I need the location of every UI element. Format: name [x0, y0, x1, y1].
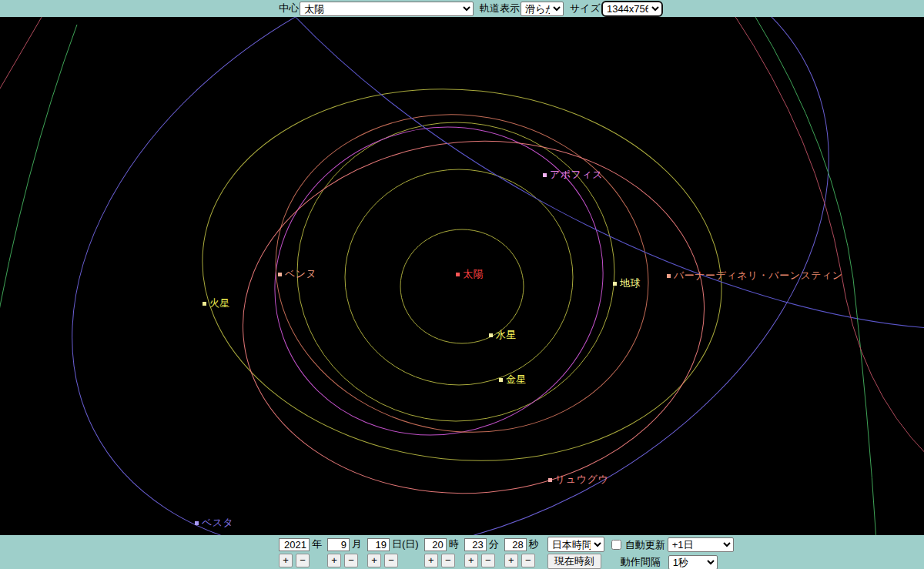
- auto-update-checkbox[interactable]: [611, 540, 621, 550]
- comet-red-right-orbit: [733, 17, 924, 456]
- orbit-display-select[interactable]: 滑らか: [521, 2, 564, 16]
- body-bernardinelli-bernstein: バーナーディネリ・バーンスティン: [667, 269, 843, 283]
- earth-label: 地球: [620, 276, 641, 290]
- bernardinelli-bernstein-marker-icon: [667, 274, 671, 278]
- bennu-label: ベンヌ: [285, 267, 316, 281]
- month-input[interactable]: [327, 538, 350, 551]
- year-control: 年 + −: [279, 537, 322, 569]
- bottom-toolbar: 年 + − 月 + − 日(日) + −: [0, 535, 924, 569]
- body-earth: 地球: [613, 276, 641, 290]
- hour-plus-button[interactable]: +: [424, 554, 438, 567]
- top-toolbar: 中心 太陽 軌道表示 滑らか サイズ 1344x756: [0, 0, 924, 17]
- comet-red-topleft-orbit: [0, 17, 46, 102]
- day-control: 日(日) + −: [367, 537, 419, 569]
- interval-label: 動作間隔: [621, 555, 661, 569]
- mars-marker-icon: [203, 302, 206, 306]
- second-unit-label: 秒: [529, 537, 539, 551]
- hour-input[interactable]: [424, 538, 447, 551]
- auto-update-label: 自動更新: [625, 538, 665, 552]
- body-ryugu: リュウグウ: [548, 473, 608, 487]
- body-venus: 金星: [499, 373, 527, 387]
- vesta-label: ベスタ: [202, 516, 233, 530]
- auto-update-control: 自動更新 +1日 動作間隔 1秒: [610, 537, 734, 569]
- time-step-select[interactable]: +1日: [668, 537, 734, 552]
- mars-label: 火星: [209, 296, 230, 310]
- year-plus-button[interactable]: +: [279, 554, 293, 567]
- body-apophis: アポフィス: [543, 168, 603, 182]
- vesta-marker-icon: [195, 521, 199, 525]
- second-plus-button[interactable]: +: [504, 554, 518, 567]
- ryugu-marker-icon: [548, 478, 552, 482]
- timezone-select[interactable]: 日本時間: [547, 537, 604, 552]
- body-bennu: ベンヌ: [278, 267, 316, 281]
- mercury-orbit: [400, 229, 524, 343]
- month-control: 月 + −: [327, 537, 362, 569]
- hour-control: 時 + −: [424, 537, 459, 569]
- sun-label: 太陽: [463, 267, 484, 281]
- center-label: 中心: [279, 2, 299, 15]
- bernardinelli-bernstein-label: バーナーディネリ・バーンスティン: [674, 269, 843, 283]
- venus-label: 金星: [506, 373, 527, 387]
- hour-minus-button[interactable]: −: [441, 554, 455, 567]
- year-input[interactable]: [279, 538, 310, 551]
- size-select[interactable]: 1344x756: [601, 1, 663, 17]
- minute-input[interactable]: [464, 538, 487, 551]
- sun-marker-icon: [456, 273, 460, 276]
- current-time-button[interactable]: 現在時刻: [547, 554, 601, 569]
- second-input[interactable]: [504, 538, 527, 551]
- day-plus-button[interactable]: +: [367, 554, 381, 567]
- month-minus-button[interactable]: −: [344, 554, 358, 567]
- mercury-marker-icon: [489, 333, 493, 337]
- body-mercury: 水星: [489, 328, 517, 342]
- month-plus-button[interactable]: +: [327, 554, 341, 567]
- day-input[interactable]: [367, 538, 390, 551]
- interval-select[interactable]: 1秒: [668, 555, 718, 569]
- bennu-marker-icon: [278, 273, 282, 276]
- size-label: サイズ: [570, 2, 601, 15]
- second-minus-button[interactable]: −: [521, 554, 535, 567]
- center-select[interactable]: 太陽: [300, 2, 474, 16]
- year-minus-button[interactable]: −: [296, 554, 310, 567]
- ryugu-label: リュウグウ: [555, 473, 608, 487]
- minute-minus-button[interactable]: −: [481, 554, 495, 567]
- venus-marker-icon: [499, 378, 503, 382]
- apophis-label: アポフィス: [550, 168, 603, 182]
- month-unit-label: 月: [352, 537, 362, 551]
- year-unit-label: 年: [312, 537, 322, 551]
- hour-unit-label: 時: [449, 537, 459, 551]
- body-sun: 太陽: [456, 267, 484, 281]
- day-unit-label: 日(日): [392, 537, 419, 551]
- day-minus-button[interactable]: −: [384, 554, 398, 567]
- earth-marker-icon: [613, 282, 617, 286]
- body-vesta: ベスタ: [195, 516, 233, 530]
- apophis-marker-icon: [543, 173, 547, 177]
- body-mars: 火星: [203, 296, 230, 310]
- orbit-display-label: 軌道表示: [480, 2, 520, 15]
- comet-blue-orbit: [69, 17, 924, 470]
- minute-unit-label: 分: [489, 537, 499, 551]
- orbit-canvas: 太陽水星金星地球火星アポフィスベンヌリュウグウベスタバーナーディネリ・バーンステ…: [0, 17, 924, 535]
- second-control: 秒 + −: [504, 537, 539, 569]
- minute-control: 分 + −: [464, 537, 499, 569]
- timezone-control: 日本時間 現在時刻: [547, 537, 604, 569]
- mercury-label: 水星: [496, 328, 517, 342]
- minute-plus-button[interactable]: +: [464, 554, 478, 567]
- comet-green-left-orbit: [0, 25, 77, 348]
